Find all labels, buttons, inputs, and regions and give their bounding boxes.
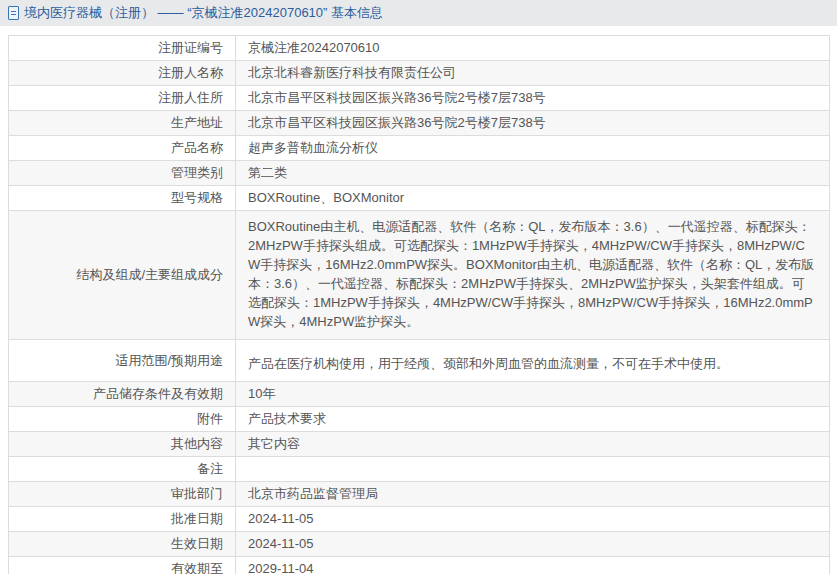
table-row: 批准日期 2024-11-05 (9, 507, 830, 532)
table-row: 附件 产品技术要求 (9, 407, 830, 432)
table-row: 产品储存条件及有效期 10年 (9, 382, 830, 407)
table-row: 管理类别 第二类 (9, 161, 830, 186)
row-value: 2024-11-05 (236, 507, 830, 532)
row-label-text: 审批部门 (171, 486, 223, 501)
row-label: 生效日期 (9, 532, 236, 557)
row-value: 第二类 (236, 161, 830, 186)
row-label: 审批部门 (9, 482, 236, 507)
title-bar: 境内医疗器械（注册） —— “京械注准20242070610” 基本信息 (0, 0, 837, 26)
row-label: 注册人名称 (9, 61, 236, 86)
table-row: 注册人名称 北京北科睿新医疗科技有限责任公司 (9, 61, 830, 86)
table-row: 审批部门 北京市药品监督管理局 (9, 482, 830, 507)
row-value: 2024-11-05 (236, 532, 830, 557)
row-label-text: 注册人住所 (158, 90, 223, 105)
row-label-text: 生效日期 (171, 536, 223, 551)
table-row: 产品名称 超声多普勒血流分析仪 (9, 136, 830, 161)
row-value: 其它内容 (236, 432, 830, 457)
row-label: 注册证编号 (9, 36, 236, 61)
row-value: 超声多普勒血流分析仪 (236, 136, 830, 161)
row-label-text: 型号规格 (171, 190, 223, 205)
row-value: 京械注准20242070610 (236, 36, 830, 61)
table-row: 备注 (9, 457, 830, 482)
row-label-text: 产品名称 (171, 140, 223, 155)
table-row: 型号规格 BOXRoutine、BOXMonitor (9, 186, 830, 211)
row-value: 北京市昌平区科技园区振兴路36号院2号楼7层738号 (236, 111, 830, 136)
registration-info-table: 注册证编号 京械注准20242070610 注册人名称 北京北科睿新医疗科技有限… (8, 35, 830, 574)
row-value: 北京市昌平区科技园区振兴路36号院2号楼7层738号 (236, 86, 830, 111)
row-label: 产品名称 (9, 136, 236, 161)
row-label-text: 批准日期 (171, 511, 223, 526)
row-label-text: 其他内容 (171, 436, 223, 451)
row-label-text: 生产地址 (171, 115, 223, 130)
row-value: 产品技术要求 (236, 407, 830, 432)
row-label: 有效期至 (9, 557, 236, 574)
table-row: 生效日期 2024-11-05 (9, 532, 830, 557)
row-label-text: 管理类别 (171, 165, 223, 180)
row-label: 适用范围/预期用途 (9, 340, 236, 382)
row-value: 2029-11-04 (236, 557, 830, 574)
row-label: 产品储存条件及有效期 (9, 382, 236, 407)
row-label-text: 附件 (197, 411, 223, 426)
row-label: 批准日期 (9, 507, 236, 532)
row-label: 生产地址 (9, 111, 236, 136)
info-table-body: 注册证编号 京械注准20242070610 注册人名称 北京北科睿新医疗科技有限… (9, 36, 830, 574)
table-row: 生产地址 北京市昌平区科技园区振兴路36号院2号楼7层738号 (9, 111, 830, 136)
row-value: 北京市药品监督管理局 (236, 482, 830, 507)
row-label-text: 备注 (197, 461, 223, 476)
page-title: 境内医疗器械（注册） —— “京械注准20242070610” 基本信息 (24, 4, 383, 22)
table-row: 注册人住所 北京市昌平区科技园区振兴路36号院2号楼7层738号 (9, 86, 830, 111)
table-row: 有效期至 2029-11-04 (9, 557, 830, 574)
row-label-text: 注册人名称 (158, 65, 223, 80)
row-value (236, 457, 830, 482)
table-row: 适用范围/预期用途 产品在医疗机构使用，用于经颅、颈部和外周血管的血流测量，不可… (9, 340, 830, 382)
row-label-text: 注册证编号 (158, 40, 223, 55)
row-value: BOXRoutine、BOXMonitor (236, 186, 830, 211)
table-row: 结构及组成/主要组成成分 BOXRoutine由主机、电源适配器、软件（名称：Q… (9, 211, 830, 340)
document-icon (8, 6, 19, 20)
row-label-text: 适用范围/预期用途 (115, 353, 223, 368)
row-label: 注册人住所 (9, 86, 236, 111)
row-label: 其他内容 (9, 432, 236, 457)
row-label-text: 有效期至 (171, 561, 223, 574)
row-label-text: 结构及组成/主要组成成分 (76, 267, 223, 282)
table-row: 其他内容 其它内容 (9, 432, 830, 457)
row-label: 附件 (9, 407, 236, 432)
row-label: 型号规格 (9, 186, 236, 211)
row-label: 备注 (9, 457, 236, 482)
row-value: BOXRoutine由主机、电源适配器、软件（名称：QL，发布版本：3.6）、一… (236, 211, 830, 340)
row-label: 结构及组成/主要组成成分 (9, 211, 236, 340)
row-value: 北京北科睿新医疗科技有限责任公司 (236, 61, 830, 86)
table-row: 注册证编号 京械注准20242070610 (9, 36, 830, 61)
row-label: 管理类别 (9, 161, 236, 186)
row-value: 产品在医疗机构使用，用于经颅、颈部和外周血管的血流测量，不可在手术中使用。 (236, 340, 830, 382)
row-label-text: 产品储存条件及有效期 (93, 386, 223, 401)
row-value: 10年 (236, 382, 830, 407)
